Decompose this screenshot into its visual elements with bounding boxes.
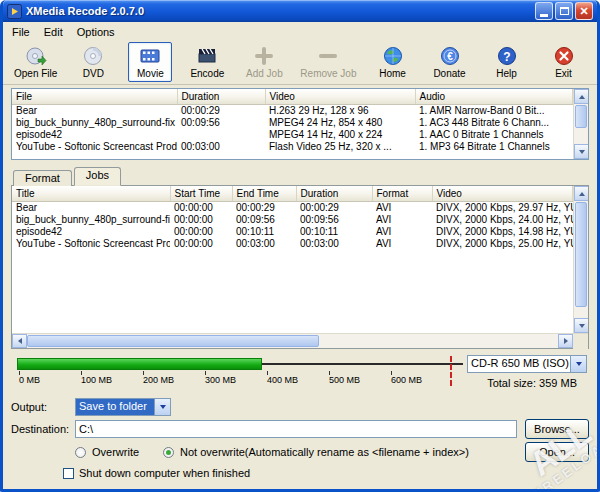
table-cell: 00:03:00 — [296, 238, 372, 250]
table-cell: 1. MP3 64 Bitrate 1 Channels — [415, 141, 573, 153]
table-row[interactable]: Bear00:00:29H.263 29 Hz, 128 x 961. AMR … — [12, 104, 573, 117]
toolbar-button-label: Exit — [555, 68, 572, 79]
overwrite-radio[interactable] — [75, 447, 86, 458]
scroll-down-button[interactable] — [574, 318, 588, 333]
toolbar-button-label: Add Job — [246, 68, 283, 79]
scroll-down-button[interactable] — [574, 144, 589, 159]
scroll-up-button[interactable] — [574, 89, 589, 104]
scroll-left-button[interactable] — [12, 334, 27, 348]
file-table: FileDurationVideoAudio Bear00:00:29H.263… — [12, 89, 573, 159]
menu-item-file[interactable]: File — [5, 24, 37, 40]
scrollbar-corner — [573, 334, 588, 349]
size-tick: 600 MB — [391, 371, 422, 385]
scroll-track[interactable] — [574, 104, 588, 144]
toolbar-button-help[interactable]: ? Help — [485, 42, 529, 82]
shutdown-checkbox[interactable] — [63, 468, 74, 479]
table-cell: 00:00:29 — [296, 201, 372, 214]
column-header-audio[interactable]: Audio — [415, 89, 573, 104]
dropdown-button[interactable] — [154, 399, 170, 415]
size-tick: 500 MB — [329, 371, 360, 385]
table-cell: 00:00:00 — [170, 238, 232, 250]
arrow-left-icon — [18, 338, 22, 344]
not-overwrite-radio[interactable] — [163, 447, 174, 458]
dvd-icon — [82, 45, 104, 67]
overwrite-radio-label: Overwrite — [92, 446, 139, 458]
table-row[interactable]: big_buck_bunny_480p_surround-fix00:00:00… — [12, 214, 573, 226]
exit-icon — [553, 45, 575, 67]
table-cell: 1. AC3 448 Bitrate 6 Chann... — [415, 117, 573, 129]
column-header-format[interactable]: Format — [372, 186, 432, 201]
file-list: FileDurationVideoAudio Bear00:00:29H.263… — [11, 88, 589, 160]
table-cell: AVI — [372, 201, 432, 214]
not-overwrite-radio-label: Not overwrite(Automatically rename as <f… — [180, 446, 469, 458]
table-cell: AVI — [372, 238, 432, 250]
jobs-horizontal-scrollbar[interactable] — [12, 333, 588, 348]
menu-item-options[interactable]: Options — [70, 24, 122, 40]
browse-button[interactable]: Browse... — [525, 419, 589, 439]
scroll-track[interactable] — [27, 334, 558, 348]
toolbar-button-label: Help — [496, 68, 517, 79]
toolbar-button-dvd[interactable]: DVD — [71, 42, 115, 82]
scroll-right-button[interactable] — [558, 334, 573, 348]
help-icon: ? — [496, 45, 518, 67]
media-size-select[interactable]: CD-R 650 MB (ISO) — [467, 355, 587, 373]
open-button[interactable]: Open... — [525, 442, 589, 462]
toolbar-button-open-file[interactable]: Open File — [13, 42, 58, 82]
file-list-vertical-scrollbar[interactable] — [573, 89, 588, 159]
size-ruler: 0 MB100 MB200 MB300 MB400 MB500 MB600 MB — [17, 371, 463, 387]
svg-text:?: ? — [503, 50, 510, 64]
column-header-title[interactable]: Title — [12, 186, 170, 201]
table-row[interactable]: big_buck_bunny_480p_surround-fix00:09:56… — [12, 117, 573, 129]
column-header-video[interactable]: Video — [432, 186, 573, 201]
toolbar-button-exit[interactable]: Exit — [542, 42, 586, 82]
overwrite-options-row: Overwrite Not overwrite(Automatically re… — [75, 442, 589, 462]
column-header-duration[interactable]: Duration — [296, 186, 372, 201]
toolbar-button-encode[interactable]: Encode — [185, 42, 229, 82]
scroll-up-button[interactable] — [574, 186, 588, 201]
column-header-start-time[interactable]: Start Time — [170, 186, 232, 201]
table-row[interactable]: episode4200:00:0000:10:1100:10:11AVIDIVX… — [12, 226, 573, 238]
encode-icon — [196, 45, 218, 67]
table-row[interactable]: YouTube - Softonic Screencast Produ...00… — [12, 238, 573, 250]
toolbar-button-label: Home — [379, 68, 406, 79]
table-row[interactable]: Bear00:00:0000:00:2900:00:29AVIDIVX, 200… — [12, 201, 573, 214]
size-tick: 0 MB — [19, 371, 40, 385]
toolbar-button-movie[interactable]: Movie — [128, 42, 172, 82]
table-row[interactable]: YouTube - Softonic Screencast Produ...00… — [12, 141, 573, 153]
tab-jobs[interactable]: Jobs — [74, 167, 121, 186]
toolbar-button-donate[interactable]: € Donate — [428, 42, 472, 82]
toolbar-button-label: Remove Job — [300, 68, 356, 79]
table-cell: MPEG4 24 Hz, 854 x 480 — [265, 117, 415, 129]
dropdown-button[interactable] — [570, 356, 586, 372]
table-cell: 00:03:00 — [232, 238, 296, 250]
table-cell: 00:00:29 — [232, 201, 296, 214]
table-row[interactable]: episode42MPEG4 14 Hz, 400 x 2241. AAC 0 … — [12, 129, 573, 141]
close-icon: ✕ — [579, 6, 588, 17]
size-tick: 200 MB — [143, 371, 174, 385]
size-tick: 300 MB — [205, 371, 236, 385]
scroll-thumb[interactable] — [575, 105, 587, 128]
titlebar[interactable]: XMedia Recode 2.0.7.0 ✕ — [3, 0, 597, 22]
jobs-vertical-scrollbar[interactable] — [573, 186, 588, 333]
column-header-end-time[interactable]: End Time — [232, 186, 296, 201]
chevron-down-icon — [160, 405, 166, 409]
column-header-file[interactable]: File — [12, 89, 177, 104]
table-cell: 00:00:00 — [170, 226, 232, 238]
scroll-track[interactable] — [574, 201, 588, 318]
column-header-duration[interactable]: Duration — [177, 89, 265, 104]
menu-item-edit[interactable]: Edit — [37, 24, 70, 40]
close-button[interactable]: ✕ — [575, 2, 593, 20]
scroll-thumb[interactable] — [27, 335, 319, 347]
window-title: XMedia Recode 2.0.7.0 — [26, 5, 535, 17]
menu-bar: File Edit Options — [3, 22, 597, 41]
output-mode-select[interactable]: Save to folder — [75, 398, 171, 416]
toolbar-button-home[interactable]: Home — [371, 42, 415, 82]
maximize-button[interactable] — [555, 2, 573, 20]
column-header-video[interactable]: Video — [265, 89, 415, 104]
tab-format[interactable]: Format — [13, 170, 72, 186]
minimize-button[interactable] — [535, 2, 553, 20]
destination-input[interactable] — [75, 420, 517, 438]
minimize-icon — [540, 14, 548, 17]
table-cell: DIVX, 2000 Kbps, 25.00 Hz, YUV 4:2... — [432, 238, 573, 250]
scroll-thumb[interactable] — [575, 202, 587, 307]
